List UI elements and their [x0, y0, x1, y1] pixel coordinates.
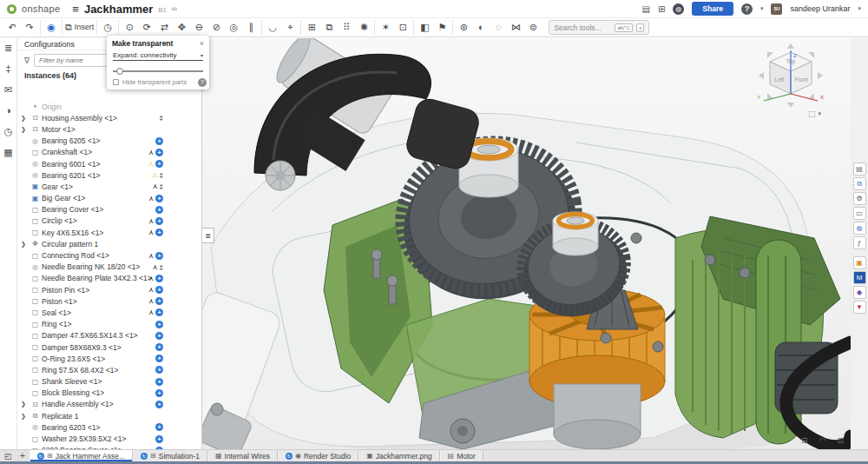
explode-view-icon[interactable]: ✶ — [377, 20, 394, 35]
cylindrical-mate-icon[interactable]: ⊖ — [190, 20, 207, 35]
undo-icon[interactable]: ↶ — [3, 20, 21, 35]
instance-row[interactable]: ▣Gear <1>⋏‡ — [17, 181, 201, 192]
linear-pattern-icon[interactable]: ⠿ — [338, 20, 355, 35]
instance-row[interactable]: ▢Piston Pin <1>⋏+ — [17, 284, 201, 295]
slider-mate-icon[interactable]: ⇄ — [155, 20, 173, 35]
expand-chevron-icon[interactable]: ❯ — [21, 115, 26, 122]
instance-row[interactable]: ▢Circlip <1>⋏+ — [17, 215, 201, 227]
history-icon[interactable]: ◷ — [4, 126, 13, 136]
pin-slot-mate-icon[interactable]: ⊘ — [207, 20, 225, 35]
instance-row[interactable]: ▢Damper 58X68X9.3 <1>+ — [17, 341, 201, 353]
instance-row[interactable]: ❯⊡Housing Assembly <1>‡ — [17, 112, 201, 123]
versions-graph-panel-icon[interactable]: ⧉ — [853, 177, 866, 190]
expand-chevron-icon[interactable]: ❯ — [21, 241, 26, 248]
instance-row[interactable]: ❯⊡Motor <1> — [17, 123, 201, 135]
document-menu-icon[interactable]: ≡ — [72, 3, 79, 16]
cam-app-icon[interactable]: ▣ — [853, 256, 866, 269]
revolute-mate-icon[interactable]: ⟳ — [138, 20, 155, 35]
instance-row[interactable]: ❯⧉Replicate 1 — [17, 410, 201, 421]
screenshot-icon[interactable]: ◠ — [819, 436, 826, 445]
search-tools-box[interactable]: Search tools... alt/⌥ c — [549, 20, 649, 35]
user-name[interactable]: sandeep Urankar — [790, 4, 850, 13]
comments-icon[interactable]: ✉ — [4, 84, 12, 95]
instance-row[interactable]: ▢Ring <1>+ — [17, 319, 201, 330]
tab-jackhammer-png[interactable]: ▣Jackhammer.png — [358, 450, 439, 461]
parts-list-panel-icon[interactable]: ▤ — [853, 162, 866, 176]
instance-row[interactable]: ▢Shank Sleeve <1>+ — [17, 376, 201, 388]
instance-row[interactable]: ▢Washer 29.5X39.5X2 <1>+ — [17, 433, 201, 444]
document-title[interactable]: Jackhammer — [84, 3, 154, 16]
snapshot-icon[interactable]: ⊡ — [394, 20, 411, 35]
instance-row[interactable]: ▢Damper 47.5X66.5X14.3 <1>+ — [17, 330, 201, 341]
instance-row[interactable]: ❯⊡Handle Assembly <1>+ — [17, 399, 201, 410]
isolate-icon[interactable]: ◌ — [490, 20, 507, 35]
instance-row[interactable]: ◎Needle Bearing NK 18/20 <1>⋏‡ — [17, 262, 201, 273]
instance-row[interactable]: ▢Seal <1>⋏+ — [17, 307, 201, 318]
notifications-icon[interactable]: ▤ — [641, 4, 649, 14]
instance-row[interactable]: ▢Connecting Rod <1>⋏+ — [17, 249, 201, 261]
instance-row[interactable]: ◎Bearing 6001 <1>⚠+ — [17, 158, 201, 169]
display-states-icon[interactable]: ◧ — [416, 20, 433, 35]
view-options-button[interactable]: ⬚ ▾ — [808, 109, 821, 118]
simulation-app-icon[interactable]: M — [853, 271, 866, 284]
ball-mate-icon[interactable]: ◎ — [225, 20, 242, 35]
apps-icon[interactable]: ⊞ — [658, 4, 665, 14]
instance-row[interactable]: ▢Piston <1>⋏+ — [17, 295, 201, 307]
user-avatar[interactable]: SU — [771, 3, 782, 15]
replicate-icon[interactable]: ⧉ — [320, 20, 338, 35]
insert-icon[interactable]: ⧉Insert — [64, 20, 95, 35]
mate-icon[interactable]: ◉ — [43, 20, 60, 35]
instance-row[interactable]: ◎Bearing 6201 <1>⚠‡ — [17, 169, 201, 181]
transparency-slider[interactable] — [113, 68, 203, 75]
tab-jack-hammer-asse-[interactable]: ↻⊞Jack Hammer Asse... — [30, 450, 133, 461]
instance-row[interactable]: ▢Bearing Cover <1>+ — [17, 204, 201, 215]
instances-list-icon[interactable]: ≣ — [4, 43, 12, 53]
help-panel-icon[interactable]: ◍ — [853, 222, 866, 235]
mate-connector-icon[interactable]: ⌖ — [281, 20, 299, 35]
tab-motor[interactable]: ▤Motor — [440, 450, 483, 461]
hide-parts-checkbox[interactable] — [113, 79, 119, 85]
user-caret-icon[interactable]: ▾ — [858, 5, 861, 12]
tab-simulation-1[interactable]: ↻⊞Simulation-1 — [133, 450, 207, 461]
instance-row[interactable]: ▢Crankshaft <1>⋏+ — [17, 147, 201, 158]
instance-row[interactable]: ▢Ring 57.5X 68.4X2 <1>+ — [17, 364, 201, 375]
instance-row[interactable]: ▢Block Blessing <1>+ — [17, 388, 201, 399]
tab-internal-wires[interactable]: ▦Internal Wires — [207, 450, 278, 461]
tab-render-studio[interactable]: ↻◉Render Studio — [278, 450, 358, 461]
hide-parts-row[interactable]: Hide transparent parts — [113, 78, 203, 86]
zoom-select-icon[interactable]: ⊛ — [455, 20, 472, 35]
instance-row[interactable]: ▢Needle Bearing Plate 34X2.3 <1>⋏+ — [17, 273, 201, 284]
configuration-panel-icon[interactable]: ⚙ — [853, 192, 866, 205]
instance-row[interactable]: ▣Big Gear <1>⋏+ — [17, 193, 201, 204]
parallel-mate-icon[interactable]: ∥ — [242, 20, 260, 35]
appearance-icon[interactable]: ⊜ — [524, 20, 542, 35]
expand-dropdown[interactable]: Expand: connectivity ▾ — [113, 51, 203, 61]
instance-row[interactable]: ◎Bearing 6205 <1>+ — [17, 136, 201, 147]
expand-chevron-icon[interactable]: ❯ — [21, 413, 26, 420]
instance-row[interactable]: ❯✥Circular pattern 1 — [17, 238, 201, 249]
labels-app-icon[interactable]: ▼ — [853, 301, 866, 314]
add-tab-button[interactable]: + — [16, 450, 30, 461]
instance-row[interactable]: ◎Bearing 6203 <1>+ — [17, 421, 201, 433]
appearance-editor-icon[interactable]: ◑ — [5, 105, 11, 116]
group-parts-icon[interactable]: ⊞ — [303, 20, 320, 35]
3d-viewport[interactable]: ≣ Top Left Front Z X Y — [202, 38, 851, 449]
planar-mate-icon[interactable]: ✥ — [173, 20, 190, 35]
close-icon[interactable]: × — [200, 39, 204, 48]
featurescript-panel-icon[interactable]: ƒ — [853, 236, 866, 249]
mate-connector-filter-icon[interactable]: ‡ — [5, 63, 10, 74]
view-cube[interactable]: Top Left Front Z X Y — [753, 42, 828, 111]
dialog-help-icon[interactable]: ? — [198, 78, 207, 87]
language-globe-icon[interactable]: ◍ — [673, 3, 684, 15]
redo-icon[interactable]: ↷ — [21, 20, 38, 35]
manage-tabs-icon[interactable]: ◰ — [0, 450, 16, 461]
expand-chevron-icon[interactable]: ❯ — [21, 401, 26, 408]
tangent-mate-icon[interactable]: ◡ — [264, 20, 281, 35]
fastened-mate-icon[interactable]: ⊙ — [121, 20, 138, 35]
link-icon[interactable]: ∞ — [172, 4, 177, 13]
model-info-icon[interactable]: ⊡ — [837, 436, 844, 445]
expand-chevron-icon[interactable]: ❯ — [21, 126, 26, 133]
help-icon[interactable]: ? — [741, 3, 753, 15]
help-caret-icon[interactable]: ▾ — [760, 5, 764, 12]
named-views-icon[interactable]: ◷ — [99, 20, 116, 35]
